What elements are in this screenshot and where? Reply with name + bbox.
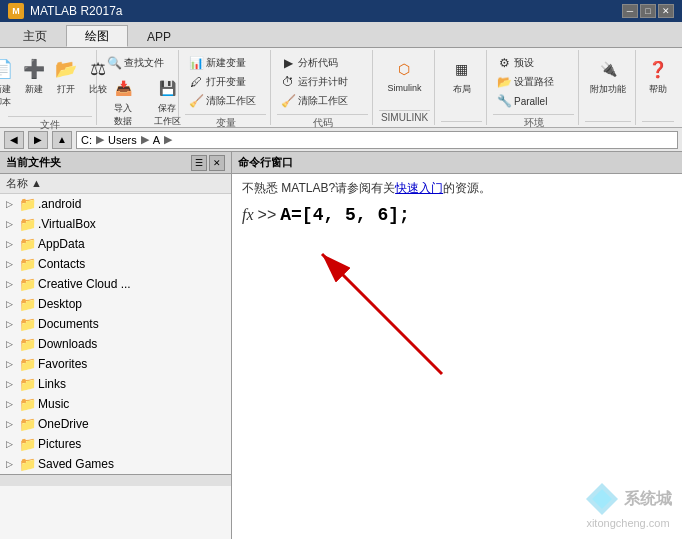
new-icon: ➕ — [22, 57, 46, 81]
help-label: 帮助 — [649, 83, 667, 96]
path-a: A — [153, 134, 160, 146]
new-variable-button[interactable]: 📊 新建变量 — [185, 54, 249, 72]
simulink-button[interactable]: ⬡ Simulink — [382, 54, 426, 96]
tab-app[interactable]: APP — [128, 25, 190, 47]
clear-commands-button[interactable]: 🧹 清除工作区 — [277, 92, 351, 110]
addon-buttons: 🔌 附加功能 — [585, 52, 631, 119]
open-variable-label: 打开变量 — [206, 75, 246, 89]
watermark-logo: 系统城 — [584, 481, 672, 517]
folder-icon: 📁 — [20, 317, 34, 331]
layout-button[interactable]: ▦ 布局 — [445, 54, 479, 99]
list-item[interactable]: ▷ 📁 .VirtualBox — [0, 214, 231, 234]
folder-icon: 📁 — [20, 277, 34, 291]
title-bar: M MATLAB R2017a ─ □ ✕ — [0, 0, 682, 22]
cmd-window-header: 命令行窗口 — [232, 152, 682, 174]
minimize-button[interactable]: ─ — [622, 4, 638, 18]
path-display[interactable]: C: ▶ Users ▶ A ▶ — [76, 131, 678, 149]
panel-menu-button[interactable]: ☰ — [191, 155, 207, 171]
file-list[interactable]: ▷ 📁 .android ▷ 📁 .VirtualBox ▷ 📁 AppData… — [0, 194, 231, 539]
list-item[interactable]: ▷ 📁 Desktop — [0, 294, 231, 314]
import-label: 导入数据 — [114, 102, 132, 128]
help-button[interactable]: ❓ 帮助 — [642, 54, 674, 99]
layout-label: 布局 — [453, 83, 471, 96]
simulink-label: Simulink — [387, 83, 421, 93]
parallel-label: Parallel — [514, 96, 547, 107]
find-files-button[interactable]: 🔍 查找文件 — [103, 54, 167, 72]
set-path-button[interactable]: 📂 设置路径 — [493, 73, 557, 91]
list-item[interactable]: ▷ 📁 Pictures — [0, 434, 231, 454]
file-name: .VirtualBox — [38, 217, 96, 231]
forward-button[interactable]: ▶ — [28, 131, 48, 149]
run-timer-label: 运行并计时 — [298, 75, 348, 89]
list-item[interactable]: ▷ 📁 Creative Cloud ... — [0, 274, 231, 294]
folder-icon: 📁 — [20, 397, 34, 411]
import-button[interactable]: 📥 导入数据 — [103, 73, 143, 131]
maximize-button[interactable]: □ — [640, 4, 656, 18]
env-buttons: ⚙ 预设 📂 设置路径 🔧 Parallel — [493, 52, 574, 112]
clear-workspace-button[interactable]: 🧹 清除工作区 — [185, 92, 259, 110]
file-name: OneDrive — [38, 417, 89, 431]
expand-arrow: ▷ — [6, 339, 16, 349]
analyze-code-button[interactable]: ▶ 分析代码 — [277, 54, 341, 72]
set-path-label: 设置路径 — [514, 75, 554, 89]
list-item[interactable]: ▷ 📁 OneDrive — [0, 414, 231, 434]
panel-close-button[interactable]: ✕ — [209, 155, 225, 171]
open-button[interactable]: 📂 打开 — [51, 54, 81, 99]
run-timer-button[interactable]: ⏱ 运行并计时 — [277, 73, 351, 91]
address-bar: ◀ ▶ ▲ C: ▶ Users ▶ A ▶ — [0, 128, 682, 152]
list-item[interactable]: ▷ 📁 Documents — [0, 314, 231, 334]
file-name: Downloads — [38, 337, 97, 351]
layout-icon: ▦ — [450, 57, 474, 81]
list-item[interactable]: ▷ 📁 Downloads — [0, 334, 231, 354]
expand-arrow: ▷ — [6, 459, 16, 469]
close-button[interactable]: ✕ — [658, 4, 674, 18]
file-name: Music — [38, 397, 69, 411]
cmd-fx-symbol: fx — [242, 206, 254, 224]
list-item[interactable]: ▷ 📁 Contacts — [0, 254, 231, 274]
cmd-info: 不熟悉 MATLAB?请参阅有关快速入门的资源。 — [242, 180, 672, 197]
cmd-body[interactable]: 不熟悉 MATLAB?请参阅有关快速入门的资源。 fx >> A=[4, 5, … — [232, 174, 682, 539]
file-name: Contacts — [38, 257, 85, 271]
list-item[interactable]: ▷ 📁 Saved Games — [0, 454, 231, 474]
clear-commands-icon: 🧹 — [280, 93, 296, 109]
up-button[interactable]: ▲ — [52, 131, 72, 149]
analyze-icon: ▶ — [280, 55, 296, 71]
scrollbar-thumb[interactable] — [0, 474, 231, 486]
parallel-button[interactable]: 🔧 Parallel — [493, 92, 550, 110]
new-script-button[interactable]: 📄 新建脚本 — [0, 54, 17, 112]
variable-group: 📊 新建变量 🖊 打开变量 🧹 清除工作区 变量 — [181, 50, 271, 125]
help-group-label — [642, 121, 674, 123]
folder-icon: 📁 — [20, 457, 34, 471]
open-variable-button[interactable]: 🖊 打开变量 — [185, 73, 249, 91]
main-area: 当前文件夹 ☰ ✕ 名称 ▲ ▷ 📁 .android ▷ 📁 .Virtual… — [0, 152, 682, 539]
list-item[interactable]: ▷ 📁 Music — [0, 394, 231, 414]
file-name: Desktop — [38, 297, 82, 311]
tab-home[interactable]: 主页 — [4, 25, 66, 47]
tab-plot[interactable]: 绘图 — [66, 25, 128, 47]
new-button[interactable]: ➕ 新建 — [19, 54, 49, 99]
back-button[interactable]: ◀ — [4, 131, 24, 149]
file-name: Favorites — [38, 357, 87, 371]
file-group: 📄 新建脚本 ➕ 新建 📂 打开 ⚖ 比较 文件 — [4, 50, 97, 125]
parallel-icon: 🔧 — [496, 93, 512, 109]
addon-button[interactable]: 🔌 附加功能 — [585, 54, 631, 99]
set-path-icon: 📂 — [496, 74, 512, 90]
expand-arrow: ▷ — [6, 259, 16, 269]
app-title: MATLAB R2017a — [30, 4, 622, 18]
file-name: Documents — [38, 317, 99, 331]
cmd-info-link[interactable]: 快速入门 — [395, 181, 443, 195]
list-item[interactable]: ▷ 📁 AppData — [0, 234, 231, 254]
list-item[interactable]: ▷ 📁 .android — [0, 194, 231, 214]
file-name: .android — [38, 197, 81, 211]
expand-arrow: ▷ — [6, 239, 16, 249]
list-item[interactable]: ▷ 📁 Links — [0, 374, 231, 394]
env-group: ⚙ 预设 📂 设置路径 🔧 Parallel 环境 — [489, 50, 579, 125]
prefs-button[interactable]: ⚙ 预设 — [493, 54, 537, 72]
cmd-command-text: A=[4, 5, 6]; — [280, 205, 410, 225]
open-variable-icon: 🖊 — [188, 74, 204, 90]
layout-group: ▦ 布局 — [437, 50, 487, 125]
list-item[interactable]: ▷ 📁 Favorites — [0, 354, 231, 374]
folder-icon: 📁 — [20, 437, 34, 451]
addon-icon: 🔌 — [596, 57, 620, 81]
folder-icon: 📁 — [20, 337, 34, 351]
